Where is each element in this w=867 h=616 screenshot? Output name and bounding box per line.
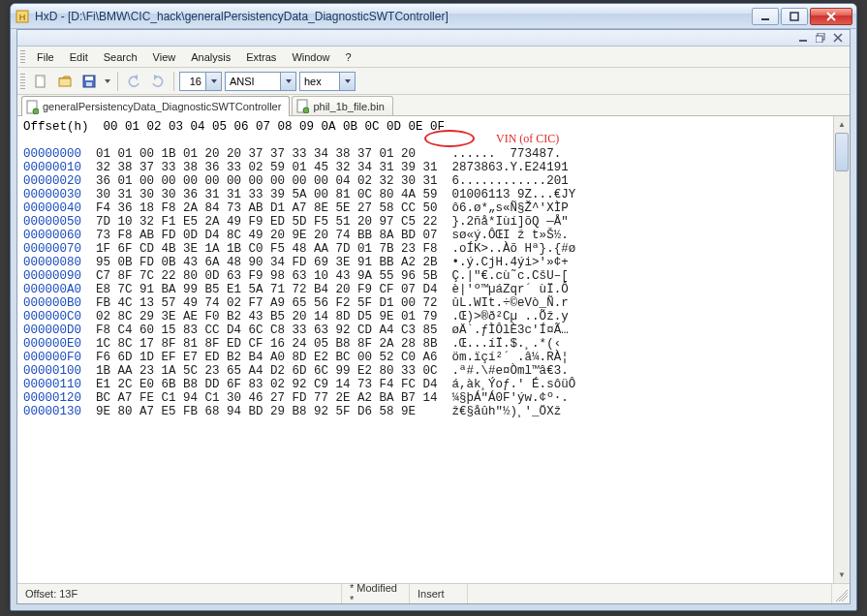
- new-button[interactable]: [30, 71, 51, 92]
- statusbar: Offset: 13F * Modified * Insert: [17, 583, 850, 603]
- menu-help[interactable]: ?: [338, 48, 359, 66]
- save-button[interactable]: [78, 71, 100, 92]
- charset-value: ANSI: [226, 76, 280, 87]
- menu-extras[interactable]: Extras: [238, 48, 284, 66]
- chevron-down-icon[interactable]: [205, 73, 221, 90]
- menu-file[interactable]: File: [29, 48, 62, 66]
- close-button[interactable]: [810, 8, 852, 25]
- status-modified: * Modified *: [342, 584, 410, 603]
- status-mode: Insert: [410, 584, 468, 603]
- status-spacer: [468, 584, 832, 603]
- chevron-down-icon[interactable]: [339, 73, 355, 90]
- mdi-close-icon[interactable]: [830, 31, 846, 45]
- annotation-label: VIN (of CIC): [496, 132, 559, 146]
- svg-rect-4: [799, 40, 807, 42]
- svg-text:H: H: [19, 13, 26, 22]
- titlebar: H HxD - [D:\Fi\BMW\CIC_hack\generalPersi…: [11, 4, 856, 29]
- redo-button: [147, 71, 169, 92]
- menu-edit[interactable]: Edit: [62, 48, 96, 66]
- tab-strip: generalPersistencyData_DiagnosticSWTCont…: [17, 95, 850, 116]
- mdi-restore-icon[interactable]: [813, 31, 828, 45]
- menubar-grip[interactable]: [20, 50, 25, 64]
- toolbar: 16 ANSI hex: [17, 68, 850, 95]
- base-combo[interactable]: hex: [299, 72, 356, 91]
- window-controls: [750, 8, 852, 25]
- scroll-down-icon[interactable]: ▼: [834, 567, 850, 583]
- app-icon: H: [15, 9, 30, 24]
- menubar: File Edit Search View Analysis Extras Wi…: [17, 46, 850, 68]
- document-icon: [296, 99, 309, 113]
- scroll-thumb[interactable]: [835, 133, 849, 171]
- client-area: File Edit Search View Analysis Extras Wi…: [16, 29, 851, 604]
- svg-rect-10: [85, 77, 93, 80]
- open-button[interactable]: [54, 71, 76, 92]
- document-icon: [26, 100, 39, 114]
- toolbar-grip[interactable]: [20, 74, 25, 89]
- app-window: H HxD - [D:\Fi\BMW\CIC_hack\generalPersi…: [10, 3, 857, 611]
- bytes-per-row-value: 16: [180, 76, 205, 87]
- menu-analysis[interactable]: Analysis: [183, 48, 238, 66]
- toolbar-separator: [173, 72, 174, 91]
- toolbar-separator: [117, 72, 118, 91]
- resize-grip-icon[interactable]: [832, 586, 848, 601]
- svg-point-15: [303, 108, 309, 113]
- undo-button: [123, 71, 144, 92]
- tab-active-file[interactable]: generalPersistencyData_DiagnosticSWTCont…: [21, 96, 290, 116]
- svg-rect-6: [816, 36, 822, 43]
- save-dropdown-icon[interactable]: [103, 71, 112, 92]
- menu-search[interactable]: Search: [96, 48, 145, 66]
- tab-label: generalPersistencyData_DiagnosticSWTCont…: [43, 101, 281, 112]
- status-offset: Offset: 13F: [17, 584, 342, 603]
- hex-editor[interactable]: Offset(h) 00 01 02 03 04 05 06 07 08 09 …: [17, 116, 850, 583]
- maximize-button[interactable]: [781, 8, 808, 25]
- scroll-up-icon[interactable]: ▲: [834, 116, 850, 133]
- window-title: HxD - [D:\Fi\BMW\CIC_hack\generalPersist…: [35, 10, 750, 23]
- svg-rect-8: [59, 78, 71, 86]
- hex-content[interactable]: Offset(h) 00 01 02 03 04 05 06 07 08 09 …: [17, 116, 850, 422]
- mdi-header: [17, 30, 850, 46]
- svg-rect-2: [761, 18, 769, 20]
- menu-window[interactable]: Window: [284, 48, 337, 66]
- minimize-button[interactable]: [752, 8, 779, 25]
- tab-label: phil_1b_file.bin: [313, 101, 384, 112]
- mdi-minimize-icon[interactable]: [795, 31, 811, 45]
- base-value: hex: [300, 76, 339, 87]
- charset-combo[interactable]: ANSI: [225, 72, 296, 91]
- tab-other-file[interactable]: phil_1b_file.bin: [292, 96, 392, 115]
- svg-point-13: [33, 108, 39, 114]
- vertical-scrollbar[interactable]: ▲ ▼: [833, 116, 850, 583]
- svg-rect-11: [86, 82, 92, 86]
- menu-view[interactable]: View: [145, 48, 184, 66]
- chevron-down-icon[interactable]: [280, 73, 295, 90]
- svg-rect-3: [790, 13, 798, 20]
- bytes-per-row-combo[interactable]: 16: [179, 72, 222, 91]
